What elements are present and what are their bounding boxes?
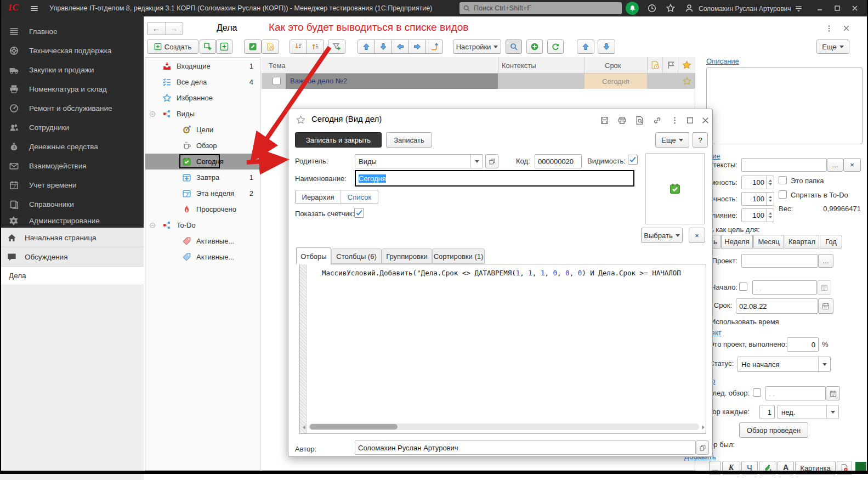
column-header-flag-icon[interactable] [666, 60, 676, 70]
postpone-button[interactable] [262, 39, 279, 54]
sidebar-item-stock[interactable]: Номенклатура и склад [0, 80, 144, 99]
sidebar-item-catalogs[interactable]: Справочники [0, 195, 144, 214]
close-button[interactable] [850, 4, 859, 13]
picture-box[interactable] [645, 153, 705, 224]
move-right-button[interactable] [409, 39, 426, 54]
global-search-input[interactable]: Поиск Ctrl+Shift+F [459, 2, 622, 14]
link-icon[interactable] [653, 116, 662, 125]
move-to-group-button[interactable] [426, 39, 443, 54]
review-done-button[interactable]: Обзор проведен [739, 422, 808, 438]
forward-button[interactable]: → [166, 22, 183, 35]
next-review-date-input[interactable]: . . [765, 386, 826, 400]
edit-button[interactable] [244, 39, 262, 54]
period-quarter-button[interactable]: Квартал [785, 235, 819, 249]
add-button[interactable] [526, 39, 543, 54]
sidebar-item-purchases[interactable]: Закупки и продажи [0, 60, 144, 80]
hide-todo-checkbox[interactable] [779, 190, 787, 199]
close-icon[interactable] [701, 116, 710, 125]
tree-item-all[interactable]: Все дела4 [145, 74, 260, 90]
period-year-button[interactable]: Год [820, 235, 842, 249]
sidebar-item-admin[interactable]: Администрирование [0, 214, 144, 228]
form-close-icon[interactable] [842, 24, 850, 32]
tab-columns[interactable]: Столбцы (6) [331, 249, 382, 264]
done-input[interactable]: 0 [787, 337, 819, 352]
sidebar-item-discussions[interactable]: Обсуждения [0, 247, 144, 267]
tree-item-tomorrow[interactable]: Завтра1 [145, 170, 260, 185]
table-row[interactable]: Важное дело №2 Сегодня [262, 74, 695, 89]
sort-asc-button[interactable] [307, 39, 324, 54]
tab-sortings[interactable]: Сортировки (1) [432, 249, 485, 264]
sidebar-item-main[interactable]: Главное [0, 22, 144, 41]
due-calendar-button[interactable] [818, 298, 833, 314]
tree-item-favorites[interactable]: Избранное [145, 90, 260, 106]
author-input[interactable]: Соломахин Руслан Артурович [355, 441, 696, 455]
scroll-right-arrow[interactable] [702, 425, 705, 430]
move-up-button[interactable] [358, 39, 375, 54]
review-every-input[interactable]: 1 [759, 405, 775, 419]
urgency-spinner[interactable]: 100 [741, 192, 774, 206]
sidebar-item-repair[interactable]: Ремонт и обслуживание [0, 99, 144, 118]
review-unit-dropdown[interactable]: нед. [778, 405, 839, 419]
tree-item-kinds[interactable]: Виды [145, 106, 260, 122]
row-star-icon[interactable] [683, 77, 691, 86]
parent-open-button[interactable] [485, 154, 498, 168]
column-header-subject[interactable]: Тема [269, 61, 286, 70]
minimize-button[interactable] [815, 4, 824, 13]
help-button[interactable]: ? [693, 132, 708, 148]
row-up-button[interactable] [577, 39, 594, 54]
code-input[interactable]: 000000020 [535, 154, 582, 168]
tree-item-goals[interactable]: Цели [145, 122, 260, 138]
move-down-button[interactable] [375, 39, 392, 54]
sidebar-item-support[interactable]: Техническая поддержка [0, 41, 144, 60]
save-close-button[interactable]: Записать и закрыть [295, 132, 382, 148]
search-list-button[interactable] [506, 39, 522, 54]
service-menu-icon[interactable] [794, 4, 803, 13]
description-textarea[interactable] [706, 67, 863, 144]
list-toggle[interactable]: Список [341, 190, 378, 204]
importance-spinner[interactable]: 100 [741, 176, 774, 189]
sidebar-item-time[interactable]: 7Учет времени [0, 176, 144, 195]
sidebar-item-cases[interactable]: Дела [0, 266, 144, 285]
scrollbar-thumb[interactable] [310, 424, 398, 430]
contexts-clear-button[interactable]: × [843, 158, 861, 172]
tree-item-overdue[interactable]: Просрочено [145, 201, 260, 217]
create-folder-button[interactable] [216, 39, 232, 54]
start-checkbox[interactable] [739, 283, 747, 291]
tree-item-inbox[interactable]: Входящие1 [145, 58, 260, 74]
tab-groupings[interactable]: Группировки [382, 249, 432, 264]
row-checkbox[interactable] [273, 77, 281, 85]
collapse-icon[interactable] [149, 222, 156, 229]
move-left-button[interactable] [392, 39, 409, 54]
collapse-icon[interactable] [149, 111, 156, 117]
save-icon[interactable] [600, 116, 609, 125]
due-date-input[interactable]: 02.08.22 [736, 298, 818, 314]
scroll-left-arrow[interactable] [303, 425, 305, 430]
row-subject-cell[interactable]: Важное дело №2 [286, 74, 498, 89]
print-icon[interactable] [617, 116, 627, 125]
tree-item-review[interactable]: Обзор [145, 138, 260, 154]
start-date-input[interactable]: . . [752, 280, 817, 295]
clear-picture-button[interactable]: × [689, 228, 705, 243]
project-pick-button[interactable]: ... [818, 254, 833, 268]
start-calendar-button[interactable] [817, 280, 831, 295]
visibility-checkbox[interactable] [628, 155, 638, 165]
period-month-button[interactable]: Месяц [753, 235, 784, 249]
form-more-icon[interactable] [825, 24, 833, 33]
influence-spinner[interactable]: 100 [741, 208, 774, 222]
create-group-button[interactable] [200, 39, 216, 54]
sidebar-item-money[interactable]: $Денежные средства [0, 137, 144, 156]
settings-button[interactable]: Настройки [453, 39, 501, 54]
hierarchy-toggle[interactable]: Иерархия [296, 190, 341, 204]
sidebar-item-staff[interactable]: Сотрудники [0, 118, 144, 137]
maximize-icon[interactable] [685, 116, 695, 125]
user-icon[interactable] [684, 3, 694, 13]
sidebar-item-interactions[interactable]: Взаимодействия [0, 156, 144, 176]
author-open-button[interactable] [696, 441, 709, 455]
more-icon[interactable] [670, 116, 679, 125]
choose-picture-button[interactable]: Выбрать [641, 228, 683, 243]
column-header-postponed-icon[interactable] [650, 60, 660, 70]
folder-checkbox[interactable] [779, 176, 787, 184]
row-due-cell[interactable]: Сегодня [585, 74, 647, 89]
show-counter-checkbox[interactable] [354, 208, 364, 218]
column-header-star-icon[interactable] [682, 60, 691, 70]
